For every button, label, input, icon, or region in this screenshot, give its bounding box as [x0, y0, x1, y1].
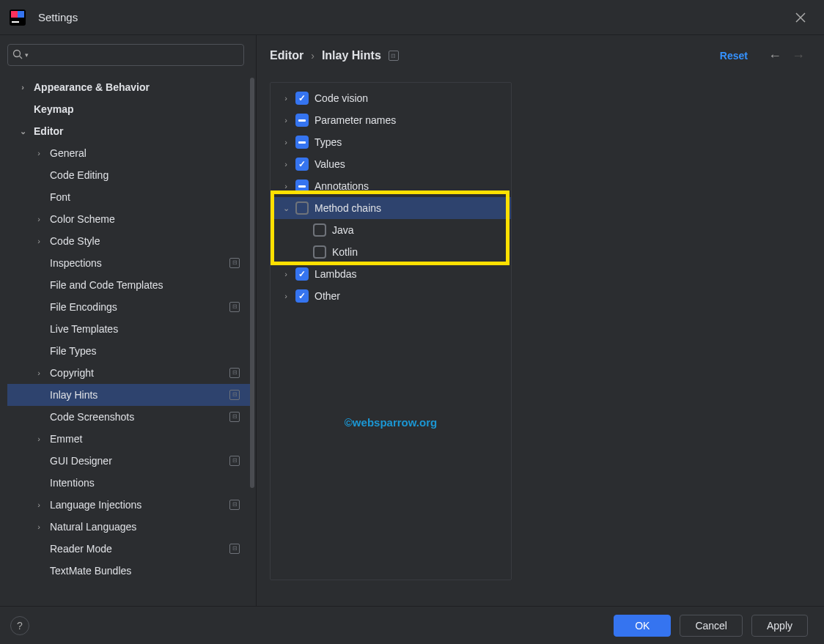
sidebar-item-code-editing[interactable]: Code Editing — [7, 164, 251, 186]
sidebar-item-label: Code Screenshots — [50, 411, 225, 423]
sidebar-item-label: Inlay Hints — [50, 389, 225, 401]
sidebar-item-code-screenshots[interactable]: Code Screenshots — [7, 406, 251, 428]
option-label: Types — [314, 136, 342, 148]
option-method-chains[interactable]: ⌄Method chains — [271, 197, 511, 219]
reset-button[interactable]: Reset — [720, 50, 748, 62]
sidebar-item-label: Natural Languages — [50, 521, 240, 533]
sidebar-item-reader-mode[interactable]: Reader Mode — [7, 538, 251, 560]
window-title: Settings — [38, 11, 78, 23]
sidebar-item-gui-designer[interactable]: GUI Designer — [7, 450, 251, 472]
option-kotlin[interactable]: Kotlin — [271, 241, 511, 263]
chevron-right-icon[interactable]: › — [34, 215, 44, 223]
checkbox[interactable] — [295, 289, 309, 303]
sidebar-item-code-style[interactable]: ›Code Style — [7, 230, 251, 252]
checkbox[interactable] — [295, 92, 309, 105]
help-icon[interactable]: ? — [10, 616, 29, 635]
sidebar-item-emmet[interactable]: ›Emmet — [7, 428, 251, 450]
breadcrumb-root[interactable]: Editor — [270, 49, 304, 62]
sidebar-item-copyright[interactable]: ›Copyright — [7, 362, 251, 384]
sidebar-item-textmate-bundles[interactable]: TextMate Bundles — [7, 560, 251, 582]
sidebar-item-label: File and Code Templates — [50, 279, 240, 291]
svg-rect-1 — [11, 11, 18, 18]
checkbox[interactable] — [295, 114, 309, 127]
checkbox[interactable] — [295, 136, 309, 149]
sidebar-item-label: TextMate Bundles — [50, 565, 240, 577]
scrollbar[interactable] — [250, 78, 254, 488]
breadcrumb-current: Inlay Hints — [322, 49, 381, 62]
sidebar-item-color-scheme[interactable]: ›Color Scheme — [7, 208, 251, 230]
option-label: Lambdas — [314, 268, 357, 280]
cancel-button[interactable]: Cancel — [680, 615, 743, 637]
sidebar-item-label: Emmet — [50, 433, 240, 445]
checkbox[interactable] — [313, 245, 326, 259]
sidebar-item-label: General — [50, 147, 240, 159]
chevron-right-icon[interactable]: › — [18, 83, 28, 92]
option-annotations[interactable]: ›Annotations — [271, 175, 511, 197]
chevron-down-icon[interactable]: ⌄ — [18, 127, 28, 136]
nav-back-icon[interactable]: ← — [768, 48, 781, 64]
chevron-right-icon[interactable]: › — [281, 94, 291, 103]
sidebar-item-intentions[interactable]: Intentions — [7, 472, 251, 494]
sidebar-item-appearance-behavior[interactable]: ›Appearance & Behavior — [7, 76, 251, 98]
chevron-right-icon[interactable]: › — [281, 182, 291, 190]
chevron-right-icon[interactable]: › — [281, 116, 291, 125]
sidebar-item-keymap[interactable]: Keymap — [7, 98, 251, 120]
checkbox[interactable] — [295, 158, 309, 171]
sidebar-item-file-encodings[interactable]: File Encodings — [7, 296, 251, 318]
option-label: Other — [314, 290, 340, 302]
sidebar-item-label: File Types — [50, 345, 240, 357]
search-input[interactable]: ▾ — [7, 44, 244, 66]
titlebar: Settings — [0, 0, 824, 35]
sidebar-item-font[interactable]: Font — [7, 186, 251, 208]
svg-rect-2 — [18, 11, 24, 18]
option-other[interactable]: ›Other — [271, 285, 511, 307]
chevron-right-icon[interactable]: › — [34, 149, 44, 158]
sidebar-item-file-and-code-templates[interactable]: File and Code Templates — [7, 274, 251, 296]
checkbox[interactable] — [313, 223, 326, 237]
project-scope-icon — [229, 302, 240, 312]
chevron-down-icon[interactable]: ⌄ — [281, 204, 291, 213]
ok-button[interactable]: OK — [614, 615, 671, 637]
chevron-right-icon[interactable]: › — [281, 160, 291, 169]
option-types[interactable]: ›Types — [271, 131, 511, 153]
chevron-right-icon[interactable]: › — [281, 270, 291, 278]
search-dropdown-icon[interactable]: ▾ — [25, 51, 29, 59]
sidebar-item-live-templates[interactable]: Live Templates — [7, 318, 251, 340]
sidebar-item-label: Reader Mode — [50, 543, 225, 555]
sidebar-item-label: GUI Designer — [50, 455, 225, 467]
option-java[interactable]: Java — [271, 219, 511, 241]
chevron-right-icon[interactable]: › — [34, 522, 44, 531]
watermark-text: ©websparrow.org — [345, 416, 437, 429]
chevron-right-icon[interactable]: › — [281, 138, 291, 147]
option-label: Annotations — [314, 180, 369, 192]
project-scope-icon — [229, 258, 240, 268]
option-code-vision[interactable]: ›Code vision — [271, 87, 511, 109]
option-label: Code vision — [314, 92, 368, 104]
footer: ? OK Cancel Apply — [0, 606, 824, 644]
sidebar-item-file-types[interactable]: File Types — [7, 340, 251, 362]
sidebar-item-label: Editor — [34, 125, 240, 137]
sidebar-item-editor[interactable]: ⌄Editor — [7, 120, 251, 142]
checkbox[interactable] — [295, 267, 309, 281]
apply-button[interactable]: Apply — [751, 615, 808, 637]
chevron-right-icon[interactable]: › — [34, 500, 44, 509]
settings-tree[interactable]: ›Appearance & BehaviorKeymap⌄Editor›Gene… — [7, 76, 251, 606]
option-parameter-names[interactable]: ›Parameter names — [271, 109, 511, 131]
sidebar-item-inspections[interactable]: Inspections — [7, 252, 251, 274]
chevron-right-icon[interactable]: › — [34, 369, 44, 377]
sidebar-item-label: Code Editing — [50, 169, 240, 181]
checkbox[interactable] — [295, 179, 309, 193]
chevron-right-icon[interactable]: › — [34, 237, 44, 245]
option-values[interactable]: ›Values — [271, 153, 511, 175]
inlay-hints-options: ©websparrow.org ›Code vision›Parameter n… — [270, 82, 512, 580]
sidebar-item-language-injections[interactable]: ›Language Injections — [7, 494, 251, 516]
close-icon[interactable] — [786, 3, 815, 32]
chevron-right-icon[interactable]: › — [281, 292, 291, 300]
option-lambdas[interactable]: ›Lambdas — [271, 263, 511, 285]
sidebar-item-label: Language Injections — [50, 499, 225, 511]
chevron-right-icon[interactable]: › — [34, 434, 44, 443]
sidebar-item-natural-languages[interactable]: ›Natural Languages — [7, 516, 251, 538]
sidebar-item-inlay-hints[interactable]: Inlay Hints — [7, 384, 251, 406]
sidebar-item-general[interactable]: ›General — [7, 142, 251, 164]
checkbox[interactable] — [295, 201, 309, 215]
